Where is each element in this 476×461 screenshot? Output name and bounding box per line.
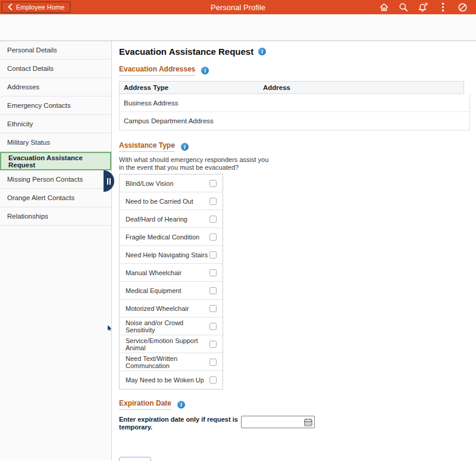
chevron-left-icon [8, 4, 12, 11]
sidebar-item-military-status[interactable]: Military Status [0, 133, 111, 152]
page-info-icon[interactable]: i [258, 48, 266, 55]
need-to-be-carried-out-checkbox[interactable] [209, 198, 217, 205]
sidebar-item-emergency-contacts[interactable]: Emergency Contacts [0, 96, 111, 115]
manual-wheelchair-checkbox[interactable] [209, 269, 217, 276]
noise-crowd-sensitivity-checkbox[interactable] [209, 323, 217, 330]
sidebar-item-label: Personal Details [7, 46, 57, 54]
need-help-navigating-stairs-checkbox[interactable] [209, 251, 217, 258]
option-row: Medical Equipment [120, 282, 223, 300]
sign-out-icon[interactable] [457, 2, 468, 13]
personal-profile-window: Employee Home Personal Profile Pers [0, 0, 476, 461]
table-header-row: Address Type Address [119, 81, 464, 94]
evacuation-addresses-heading: Evacuation Addresses [119, 65, 195, 76]
search-icon[interactable] [398, 2, 409, 13]
need-text-written-communication-checkbox[interactable] [209, 359, 217, 366]
motorized-wheelchair-checkbox[interactable] [209, 305, 217, 312]
home-icon[interactable] [378, 2, 389, 13]
sidebar-item-label: Ethnicity [7, 120, 33, 127]
service-emotion-support-animal-checkbox[interactable] [209, 341, 217, 348]
expiration-date-label: Enter expiration date only if request is… [119, 416, 241, 431]
table-row: Campus Department Address [120, 112, 469, 130]
option-row: Motorized Wheelchair [120, 300, 223, 317]
option-row: Blind/Low Vision [120, 175, 223, 192]
sub-header-band [0, 14, 476, 41]
back-employee-home-button[interactable]: Employee Home [1, 1, 71, 13]
sidebar-item-ethnicity[interactable]: Ethnicity [0, 115, 111, 133]
sidebar-item-label: Emergency Contacts [7, 102, 71, 109]
option-row: Need to be Carried Out [120, 192, 223, 210]
expiration-date-section: Expiration Date i Enter expiration date … [119, 399, 470, 431]
option-row: Deaf/Hard of Hearing [120, 210, 223, 228]
page-title: Evacuation Assistance Request [119, 46, 253, 57]
assistance-type-heading: Assistance Type [119, 141, 175, 152]
sidebar-item-addresses[interactable]: Addresses [0, 78, 111, 96]
expiration-date-info-icon[interactable]: i [177, 401, 185, 409]
option-label: Fragile Medical Condition [126, 233, 199, 241]
deaf-hard-of-hearing-checkbox[interactable] [209, 216, 217, 223]
save-button[interactable]: Save [119, 457, 151, 461]
table-row: Business Address [120, 94, 469, 112]
sidebar-item-evacuation-assistance-request[interactable]: Evacuation Assistance Request [0, 152, 111, 170]
option-row: May Need to be Woken Up [120, 371, 223, 389]
option-label: Medical Equipment [126, 287, 181, 294]
page-body: Personal Details Contact Details Address… [0, 41, 476, 460]
assistance-options-list: Blind/Low Vision Need to be Carried Out … [119, 174, 223, 390]
column-header-address: Address [263, 84, 464, 91]
sidebar-item-relationships[interactable]: Relationships [0, 207, 111, 226]
top-bar: Employee Home Personal Profile [0, 0, 476, 14]
option-row: Manual Wheelchair [120, 264, 223, 282]
option-label: Noise and/or Crowd Sensitivity [126, 319, 209, 334]
may-need-to-be-woken-up-checkbox[interactable] [209, 376, 217, 384]
sidebar-item-missing-person-contacts[interactable]: Missing Person Contacts [0, 170, 111, 189]
notifications-bell-icon[interactable] [418, 2, 428, 13]
sidebar-item-label: Orange Alert Contacts [7, 194, 74, 201]
sidebar-item-label: Evacuation Assistance Request [8, 154, 110, 169]
column-header-address-type: Address Type [120, 84, 263, 91]
option-label: Need Text/Written Communcation [126, 355, 209, 369]
evacuation-addresses-section: Evacuation Addresses i Address Type Addr… [119, 65, 470, 130]
top-bar-actions [378, 2, 468, 13]
option-label: Motorized Wheelchair [126, 305, 189, 312]
option-row: Fragile Medical Condition [120, 228, 223, 246]
option-label: May Need to be Woken Up [126, 376, 204, 384]
sidebar-item-label: Military Status [7, 139, 50, 146]
calendar-icon[interactable] [303, 418, 312, 426]
sidebar-item-label: Missing Person Contacts [7, 176, 83, 183]
sidebar-item-label: Addresses [7, 83, 39, 91]
sidebar-item-personal-details[interactable]: Personal Details [0, 41, 111, 60]
option-label: Deaf/Hard of Hearing [126, 216, 187, 223]
address-type-cell: Business Address [120, 99, 263, 107]
page-header-title: Personal Profile [211, 3, 265, 12]
evacuation-addresses-table: Address Type Address Business Address Ca… [119, 81, 470, 130]
assistance-type-section: Assistance Type i With what should emerg… [119, 141, 470, 390]
expiration-date-field-wrap [241, 416, 315, 428]
medical-equipment-checkbox[interactable] [209, 287, 217, 294]
assistance-type-info-icon[interactable]: i [181, 143, 189, 151]
sidebar-item-label: Relationships [7, 213, 48, 220]
back-button-label: Employee Home [16, 4, 64, 11]
main-content: Evacuation Assistance Request i Evacuati… [112, 41, 476, 460]
profile-sidebar: Personal Details Contact Details Address… [0, 41, 112, 460]
blind-low-vision-checkbox[interactable] [209, 180, 217, 187]
sidebar-item-contact-details[interactable]: Contact Details [0, 60, 111, 78]
actions-kebab-icon[interactable] [437, 2, 448, 13]
fragile-medical-condition-checkbox[interactable] [209, 233, 217, 241]
address-type-cell: Campus Department Address [120, 117, 263, 124]
sidebar-item-label: Contact Details [7, 65, 54, 72]
evacuation-addresses-info-icon[interactable]: i [201, 67, 209, 74]
expiration-date-heading: Expiration Date [119, 399, 171, 410]
option-label: Need Help Navigating Stairs [126, 251, 208, 258]
assistance-question-text: With what should emergency responders as… [119, 156, 270, 171]
option-label: Service/Emotion Support Animal [126, 337, 209, 351]
option-row: Service/Emotion Support Animal [120, 335, 223, 353]
option-label: Manual Wheelchair [126, 269, 181, 276]
option-label: Blind/Low Vision [126, 180, 174, 187]
option-row: Need Text/Written Communcation [120, 353, 223, 371]
option-row: Noise and/or Crowd Sensitivity [120, 317, 223, 335]
option-row: Need Help Navigating Stairs [120, 246, 223, 264]
sidebar-item-orange-alert-contacts[interactable]: Orange Alert Contacts [0, 189, 111, 207]
option-label: Need to be Carried Out [126, 198, 193, 205]
